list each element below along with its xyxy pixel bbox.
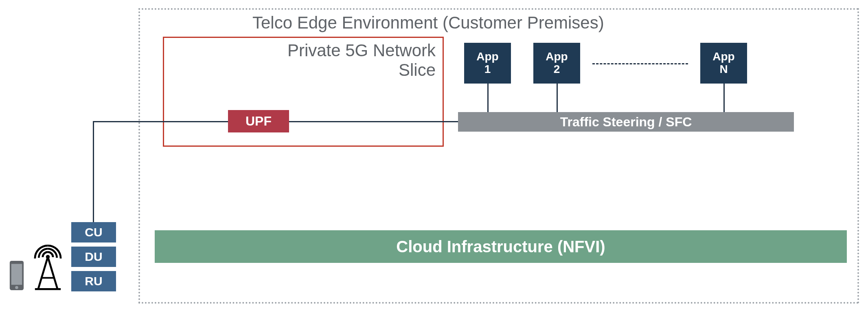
app-2-label-line2: 2 (554, 63, 560, 76)
diagram-stage: Telco Edge Environment (Customer Premise… (0, 0, 868, 313)
app-n-label-line2: N (719, 63, 728, 76)
upf-node: UPF (228, 110, 289, 132)
app-1-label-line2: 1 (484, 63, 491, 76)
svg-point-2 (15, 286, 18, 289)
nfvi-bar: Cloud Infrastructure (NFVI) (155, 230, 847, 263)
svg-line-4 (38, 257, 48, 289)
traffic-steering-bar: Traffic Steering / SFC (458, 112, 794, 132)
ran-ru: RU (71, 271, 116, 291)
ran-to-upf-line (93, 121, 228, 122)
slice-title-line1: Private 5G Network Slice (240, 41, 436, 80)
private-5g-slice-title: Private 5G Network Slice (240, 41, 436, 80)
upf-to-ts-line (289, 121, 458, 122)
svg-rect-1 (11, 264, 22, 285)
ran-du: DU (71, 247, 116, 267)
app-2-node: App 2 (533, 43, 580, 84)
svg-line-5 (48, 257, 58, 289)
ran-vertical-line (93, 121, 94, 222)
app-n-node: App N (700, 43, 747, 84)
app-1-label-line1: App (476, 51, 498, 63)
app-1-node: App 1 (464, 43, 511, 84)
apps-ellipsis-line (592, 63, 688, 64)
app-n-label-line1: App (712, 51, 734, 63)
phone-icon (9, 260, 24, 291)
app2-to-ts-line (557, 84, 558, 112)
antenna-icon (28, 238, 67, 291)
edge-environment-title: Telco Edge Environment (Customer Premise… (252, 13, 604, 33)
appn-to-ts-line (723, 84, 725, 112)
app-2-label-line1: App (546, 51, 568, 63)
ran-cu: CU (71, 222, 116, 242)
app1-to-ts-line (487, 84, 489, 112)
